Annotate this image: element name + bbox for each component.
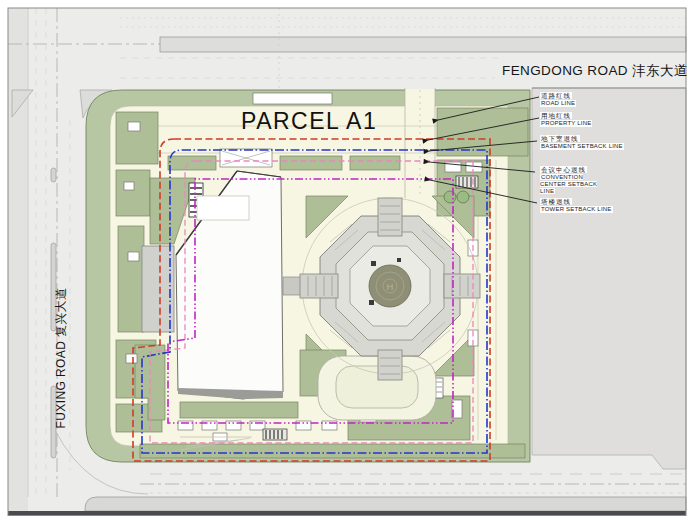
annotation-road-line-en: ROAD LINE [540,100,576,107]
dropoff-loop [318,356,436,420]
annotation-convention-setback-zh: 会议中心退线 [540,166,587,173]
parcel-label: PARCEL A1 [241,108,377,135]
annotation-basement-setback-zh: 地下室退线 [540,135,580,142]
annotation-tower-setback-zh: 塔楼退线 [540,198,572,205]
annotation-convention-setback: 会议中心退线 CONVENTION CENTER SETBACK LINE [540,166,604,195]
site-plan-page: H [0,0,694,523]
annotation-road-line-zh: 道路红线 [540,92,572,99]
helipad-marking: H [387,282,394,292]
north-road-name: FENGDONG ROAD 沣东大道 [502,62,688,80]
annotation-property-line-zh: 用地红线 [540,112,572,119]
annotation-property-line-en: PROPERTY LINE [540,120,592,127]
west-road-name: FUXING ROAD 复兴大道 [53,287,70,428]
annotation-road-line: 道路红线 ROAD LINE [540,92,576,107]
annotation-basement-setback-en: BASEMENT SETBACK LINE [540,143,624,150]
annotation-convention-setback-en: CONVENTION CENTER SETBACK LINE [540,174,597,194]
annotation-property-line: 用地红线 PROPERTY LINE [540,112,592,127]
annotation-tower-setback: 塔楼退线 TOWER SETBACK LINE [540,198,613,213]
annotation-tower-setback-en: TOWER SETBACK LINE [540,206,613,213]
annotation-basement-setback: 地下室退线 BASEMENT SETBACK LINE [540,135,624,150]
